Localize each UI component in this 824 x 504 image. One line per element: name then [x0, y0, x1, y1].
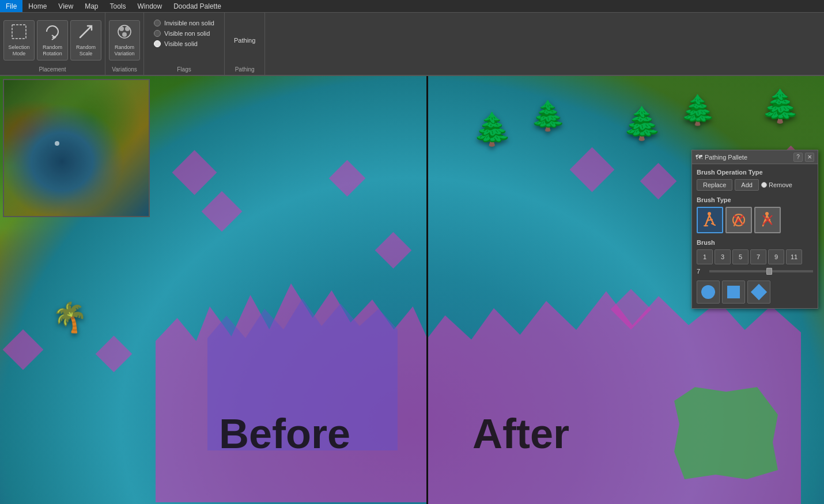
- random-scale-icon: [77, 23, 95, 43]
- palette-help-button[interactable]: ?: [793, 153, 803, 162]
- remove-label: Remove: [769, 181, 792, 188]
- random-scale-button[interactable]: Random Scale: [70, 20, 101, 60]
- svg-line-10: [712, 223, 715, 225]
- ribbon: Selection Mode Random Rotation Random: [0, 13, 824, 76]
- random-rotation-icon: [44, 23, 61, 43]
- random-variation-icon: [116, 23, 133, 43]
- menu-tools[interactable]: Tools: [104, 0, 132, 12]
- brush-label: Brush: [697, 239, 813, 246]
- pathing-palette-window: 🗺 Pathing Pallete ? ✕ Brush Operation Ty…: [691, 150, 818, 309]
- flags-group-label: Flags: [177, 65, 191, 73]
- shape-square-icon: [727, 286, 740, 298]
- variations-group-label: Variations: [112, 65, 137, 73]
- flag-invisible-radio: [154, 20, 161, 26]
- brush-value: 7: [697, 268, 706, 275]
- random-variation-label: Random Variation: [111, 44, 138, 57]
- flag-visible-solid[interactable]: Visible solid: [154, 40, 214, 47]
- shape-diamond-icon: [751, 284, 767, 300]
- brush-size-1[interactable]: 1: [697, 249, 713, 264]
- svg-point-2: [119, 26, 124, 31]
- menu-view[interactable]: View: [52, 0, 79, 12]
- after-label: After: [473, 410, 569, 457]
- svg-point-3: [125, 26, 130, 31]
- shape-circle-icon: [701, 285, 715, 299]
- random-scale-label: Random Scale: [72, 44, 100, 57]
- svg-point-18: [765, 212, 769, 215]
- flag-invisible-label: Invisible non solid: [164, 20, 214, 26]
- brush-slider-row: 7: [697, 268, 813, 275]
- palette-title-text: Pathing Pallete: [705, 154, 747, 161]
- flag-visible-non-solid-label: Visible non solid: [164, 30, 210, 37]
- brush-type-row: [697, 207, 813, 233]
- flag-visible-solid-label: Visible solid: [164, 40, 198, 47]
- shape-square-button[interactable]: [722, 281, 745, 304]
- brush-type-build[interactable]: [754, 207, 781, 233]
- palette-icon: 🗺: [696, 153, 702, 161]
- selection-mode-icon: [10, 23, 28, 43]
- svg-rect-0: [12, 25, 26, 39]
- minimap-cursor: [55, 141, 59, 146]
- brush-slider[interactable]: [709, 270, 813, 272]
- selection-mode-label: Selection Mode: [5, 44, 33, 57]
- palette-title: 🗺 Pathing Pallete: [696, 153, 747, 161]
- tree-4: 🌲: [473, 111, 512, 148]
- brush-size-9[interactable]: 9: [768, 249, 784, 264]
- brush-type-walk[interactable]: [697, 207, 723, 233]
- placement-buttons: Selection Mode Random Rotation Random: [3, 15, 101, 65]
- random-variation-button[interactable]: Random Variation: [109, 20, 140, 60]
- menu-home[interactable]: Home: [22, 0, 52, 12]
- main-canvas[interactable]: 🌴 🌴 🌴 🌲 🌲 🌲 🌲 🌲 Before After 🗺 Pathing P…: [0, 76, 824, 504]
- brush-op-title: Brush Operation Type: [697, 169, 813, 176]
- tree-5: 🌲: [530, 99, 566, 132]
- minimap[interactable]: [3, 79, 150, 217]
- flag-invisible-non-solid[interactable]: Invisible non solid: [154, 20, 214, 26]
- brush-size-5[interactable]: 5: [732, 249, 749, 264]
- slider-thumb: [766, 268, 772, 275]
- shape-circle-button[interactable]: [697, 281, 720, 304]
- random-rotation-label: Random Rotation: [39, 44, 66, 57]
- pathing-group: Pathing Pathing: [225, 13, 265, 75]
- brush-op-row: Replace Add Remove: [697, 179, 813, 191]
- menu-doodad-palette[interactable]: Doodad Palette: [168, 0, 227, 12]
- brush-size-7[interactable]: 7: [750, 249, 766, 264]
- menu-window[interactable]: Window: [132, 0, 168, 12]
- variations-group: Random Variation Variations: [105, 13, 144, 75]
- palette-close-button[interactable]: ✕: [805, 153, 814, 162]
- menu-file[interactable]: File: [0, 0, 22, 12]
- flags-group: Invisible non solid Visible non solid Vi…: [144, 13, 225, 75]
- menu-bar: File Home View Map Tools Window Doodad P…: [0, 0, 824, 13]
- before-after-divider: [426, 76, 428, 504]
- brush-size-3[interactable]: 3: [715, 249, 731, 264]
- palette-titlebar: 🗺 Pathing Pallete ? ✕: [692, 150, 818, 164]
- menu-map[interactable]: Map: [79, 0, 104, 12]
- add-button[interactable]: Add: [735, 179, 759, 191]
- tree-3: 🌴: [52, 301, 88, 334]
- brush-type-fly[interactable]: [725, 207, 752, 233]
- tree-6: 🌲: [622, 105, 662, 142]
- palette-body: Brush Operation Type Replace Add Remove …: [692, 164, 818, 308]
- brush-size-11[interactable]: 11: [786, 249, 802, 264]
- flag-visible-non-solid[interactable]: Visible non solid: [154, 30, 214, 37]
- flags-options: Invisible non solid Visible non solid Vi…: [148, 15, 220, 52]
- brush-shape-row: [697, 281, 813, 304]
- palette-controls: ? ✕: [793, 153, 814, 162]
- shape-diamond-button[interactable]: [747, 281, 770, 304]
- remove-radio[interactable]: Remove: [761, 181, 792, 188]
- brush-size-row: 1 3 5 7 9 11: [697, 249, 813, 264]
- variations-buttons: Random Variation: [109, 15, 140, 65]
- selection-mode-button[interactable]: Selection Mode: [3, 20, 35, 60]
- svg-point-7: [708, 212, 711, 215]
- minimap-overlay: [4, 80, 149, 216]
- svg-point-4: [122, 32, 127, 37]
- pathing-buttons: Pathing: [228, 15, 261, 65]
- random-rotation-button[interactable]: Random Rotation: [37, 20, 68, 60]
- green-blob-after: [674, 387, 778, 479]
- before-label: Before: [219, 410, 350, 457]
- replace-button[interactable]: Replace: [697, 179, 732, 191]
- pathing-label: Pathing: [234, 37, 255, 44]
- placement-group-label: Placement: [39, 65, 66, 73]
- tree-8: 🌲: [761, 88, 800, 125]
- brush-type-title: Brush Type: [697, 196, 813, 203]
- tree-7: 🌲: [680, 93, 716, 127]
- flag-visible-solid-radio: [154, 40, 161, 47]
